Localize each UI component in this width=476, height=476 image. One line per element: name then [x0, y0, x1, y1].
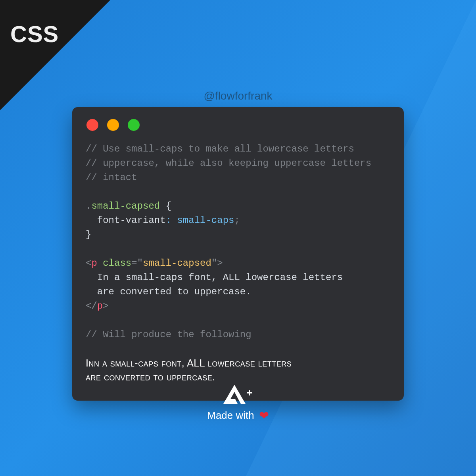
indent: [86, 215, 97, 226]
html-text: are converted to uppercase.: [86, 286, 251, 297]
rendered-output: Inn a small-caps font, ALL lowercase let…: [86, 356, 390, 384]
html-text: In a small-caps font, ALL lowercase lett…: [86, 272, 343, 283]
brace-close: }: [86, 229, 91, 240]
property-name: font-variant: [97, 215, 166, 226]
corner-label: CSS: [10, 21, 59, 47]
quote-open: ": [137, 258, 143, 269]
slash: /: [91, 301, 97, 311]
colon: :: [166, 215, 177, 226]
space: [97, 258, 103, 269]
heart-icon: ❤: [259, 409, 269, 422]
attr-value: small-capsed: [143, 258, 211, 269]
logo: +: [223, 385, 252, 404]
angle-open: <: [86, 258, 91, 269]
attr-class: class: [103, 258, 131, 269]
logo-plus: +: [246, 387, 252, 399]
window-traffic-lights: [86, 119, 390, 131]
output-line: Inn a small-caps font, ALL lowercase let…: [86, 357, 292, 369]
angle-open: <: [86, 301, 91, 311]
code-comment: // Will produce the following: [86, 329, 251, 340]
made-with-text: Made with: [207, 409, 254, 422]
code-card: // Use small-caps to make all lowercase …: [72, 107, 404, 401]
made-with: Made with ❤: [207, 409, 269, 422]
brace-open: {: [160, 201, 171, 211]
selector-name: small-capsed: [91, 201, 160, 211]
code-block: // Use small-caps to make all lowercase …: [86, 142, 390, 342]
close-dot-icon: [86, 119, 98, 131]
semicolon: ;: [234, 215, 240, 226]
equals: =: [131, 258, 137, 269]
tag-p: p: [91, 258, 97, 269]
quote-close: ": [211, 258, 217, 269]
selector-dot: .: [86, 201, 91, 211]
output-line: are converted to uppercase.: [86, 371, 215, 382]
zoom-dot-icon: [128, 119, 140, 131]
angle-close: >: [217, 258, 223, 269]
angle-close: >: [103, 301, 108, 311]
author-handle: @flowforfrank: [0, 90, 476, 102]
code-comment: // uppercase, while also keeping upperca…: [86, 158, 371, 169]
code-comment: // intact: [86, 172, 137, 183]
property-value: small-caps: [177, 215, 234, 226]
tag-p: p: [97, 301, 103, 311]
minimize-dot-icon: [107, 119, 119, 131]
logo-a-icon: [223, 385, 246, 404]
footer: + Made with ❤: [0, 385, 476, 422]
code-comment: // Use small-caps to make all lowercase …: [86, 144, 354, 154]
